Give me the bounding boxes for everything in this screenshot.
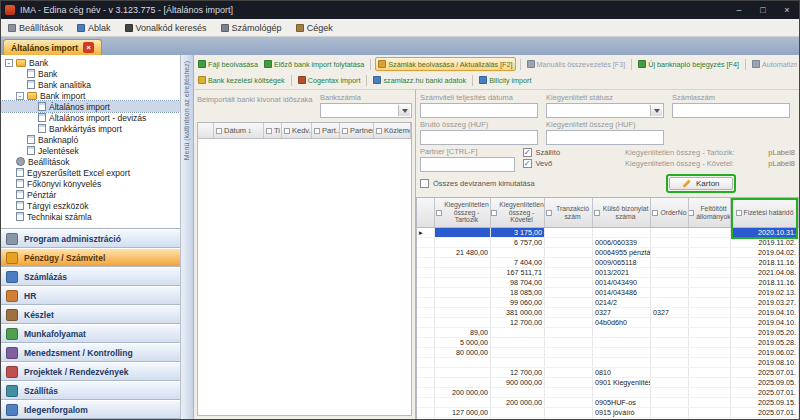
settled-amount-input[interactable] [546,130,664,145]
table-row[interactable]: 900 000,000901 Kiegyenlítések2025.09.05. [417,378,799,388]
toolbar-automatizmusok[interactable]: Automatizmusok [750,57,797,71]
toolbar-manuális-összevezetés-f3[interactable]: Manuális összevezetés [F3] [525,57,628,71]
sidebar-item-bank[interactable]: -Bank [1,57,180,68]
toolbar-számlák-beolvasása-aktualizálás-f2[interactable]: Számlák beolvasása / Aktualizálás [F2] [375,57,515,71]
sidebar-item-pénztár[interactable]: Pénztár [1,189,180,200]
table-row[interactable]: 200 000,002025.07.01. [417,388,799,398]
menu-item-cégek[interactable]: Cégek [289,19,340,36]
column-header-orderno[interactable]: OrderNo [651,198,689,227]
chevron-down-icon[interactable] [650,105,662,116]
sidebar-item-jelentések[interactable]: Jelentések [1,145,180,156]
partner-input[interactable] [420,157,515,172]
sidebar-item-bank-import[interactable]: -Bank import [1,90,180,101]
column-header-feltoltott[interactable]: Feltöltött állományok [689,198,731,227]
column-header-közlemény[interactable]: Közlemény [374,123,411,138]
chevron-down-icon[interactable] [398,105,410,116]
filter-icon[interactable] [594,210,600,216]
section-számlázás[interactable]: Számlázás [1,267,180,286]
tab-altalanos-import[interactable]: Általános import × [3,39,102,55]
collapse-icon[interactable]: - [5,59,13,67]
table-row[interactable]: 200 000,000905HUF-os2025.09.15. [417,398,799,408]
table-row[interactable]: 89,002019.05.20. [417,328,799,338]
sidebar-item-bank[interactable]: Bank [1,68,180,79]
table-row[interactable]: 127 000,000915 jóváíró2025.07.01. [417,408,799,418]
section-szállítás[interactable]: Szállítás [1,381,180,400]
table-row[interactable]: 12 700,0004b0d6h02019.04.10. [417,318,799,328]
table-row[interactable]: 98 704,000014/0434902018.11.16. [417,278,799,288]
settled-status-combo[interactable] [546,103,664,118]
column-header-ti[interactable]: Ti [264,123,282,138]
filter-icon[interactable] [491,210,497,216]
sidebar-item-beállítások[interactable]: Beállítások [1,156,180,167]
section-pénzügy-számvitel[interactable]: Pénzügy / Számvitel [1,248,180,267]
column-header-tranzakcio[interactable]: Tranzakció szám [545,198,593,227]
section-készlet[interactable]: Készlet [1,305,180,324]
tab-close-icon[interactable]: × [83,42,94,53]
sidebar-item-technikai-számla[interactable]: Technikai számla [1,211,180,222]
toolbar-előző-bank-import-folytatása[interactable]: Előző bank import folytatása [262,57,366,71]
sidebar-item-bank-analitika[interactable]: Bank analitika [1,79,180,90]
table-row[interactable]: 167 511,710013/20212021.04.08. [417,268,799,278]
column-header-kulso[interactable]: Külső bizonylat száma [593,198,651,227]
table-row[interactable]: 381 000,00032703272019.04.10. [417,308,799,318]
toolbar-szamlazz-hu-banki-adatok[interactable]: szamlazz.hu banki adatok [371,73,468,87]
table-row[interactable]: 7 404,000009/0651182018.11.16. [417,258,799,268]
filter-icon[interactable] [436,210,442,216]
maximize-button[interactable]: □ [751,1,775,19]
table-row[interactable]: 5 000,002019.05.28. [417,338,799,348]
table-row[interactable]: 99 060,000214/22019.03.27. [417,298,799,308]
toolbar-bank-kezelési-költségek[interactable]: Bank kezelési költségek [196,73,287,87]
section-projektek-rendezvények[interactable]: Projektek / Rendezvények [1,362,180,381]
sidebar-item-banknapló[interactable]: Banknapló [1,134,180,145]
toolbar-cogentax-import[interactable]: Cogentax import [296,73,363,87]
bank-account-combo[interactable] [320,103,412,118]
filter-icon[interactable] [376,128,382,134]
statement-grid-body[interactable] [198,139,411,415]
column-header-part[interactable]: Part... [312,123,340,138]
filter-icon[interactable] [736,210,742,216]
menu-item-ablak[interactable]: Ablak [70,19,118,36]
table-row[interactable]: 2019.08.10. [417,358,799,368]
menu-item-beállítások[interactable]: Beállítások [1,19,70,36]
column-header-kovetel[interactable]: Kiegyenlítetlen összeg - Követel [491,198,545,227]
gross-amount-input[interactable] [420,130,538,145]
filter-icon[interactable] [689,210,694,216]
section-idegenforgalom[interactable]: Idegenforgalom [1,400,180,419]
filter-icon[interactable] [284,128,290,134]
filter-icon[interactable] [266,128,272,134]
column-header-hatarido[interactable]: Fizetési határidő [731,198,799,227]
table-row[interactable]: 6 757,000006/0603392019.11.02. [417,238,799,248]
table-row[interactable]: 21 480,0000064955 pénztár2019.04.02. [417,248,799,258]
accounting-date-input[interactable] [420,103,538,118]
sidebar-item-bankkártyás-import[interactable]: Bankkártyás import [1,123,180,134]
close-button[interactable]: × [775,1,799,19]
sidebar-item-általános-import-devizás[interactable]: Általános import - devizás [1,112,180,123]
customer-checkbox[interactable] [523,159,532,168]
collapse-icon[interactable]: - [16,92,24,100]
column-header-tartozik[interactable]: Kiegyenlítetlen összeg - Tartozik [435,198,491,227]
karton-button[interactable]: Karton [669,177,733,190]
table-row[interactable]: 6 090,001,0027E+112025.09.15. [417,418,799,419]
table-row[interactable]: 12 700,0008102025.07.01. [417,368,799,378]
all-currency-checkbox[interactable] [420,179,429,188]
section-menedzsment-kontrolling[interactable]: Menedzsment / Kontrolling [1,343,180,362]
sidebar-item-egyszerűsített-excel-export[interactable]: Egyszerűsített Excel export [1,167,180,178]
menu-item-számológép[interactable]: Számológép [214,19,289,36]
minimize-button[interactable]: – [727,1,751,19]
menu-item-vonalkód-keresés[interactable]: Vonalkód keresés [118,19,214,36]
filter-icon[interactable] [314,128,320,134]
filter-icon[interactable] [546,210,552,216]
filter-icon[interactable] [652,210,658,216]
toolbar-fájl-beolvasása[interactable]: Fájl beolvasása [196,57,260,71]
filter-icon[interactable] [342,128,348,134]
column-header-partner[interactable]: Partner [340,123,374,138]
sidebar-item-tárgyi-eszközök[interactable]: Tárgyi eszközök [1,200,180,211]
filter-icon[interactable] [216,128,222,134]
sidebar-item-főkönyvi-könyvelés[interactable]: Főkönyvi könyvelés [1,178,180,189]
toolbar-új-banknapló-bejegyzés-f4[interactable]: Új banknapló bejegyzés [F4] [636,57,741,71]
invoice-number-input[interactable] [672,103,790,118]
column-header-dátum[interactable]: Dátum1 [214,123,264,138]
section-munkafolyamat[interactable]: Munkafolyamat [1,324,180,343]
section-program-adminisztráció[interactable]: Program adminisztráció [1,229,180,248]
column-header-kedv[interactable]: Kedv... [282,123,312,138]
